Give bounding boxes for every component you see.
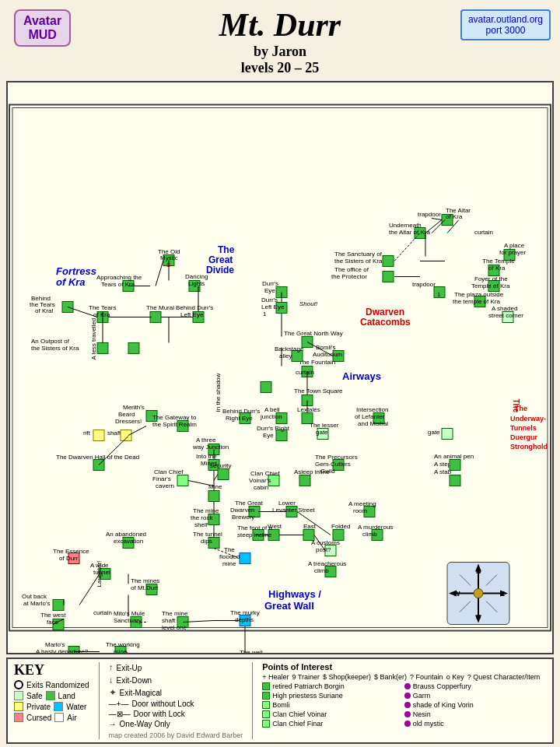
svg-text:A hasty departure?: A hasty departure? [36, 648, 89, 654]
svg-text:A bell: A bell [264, 406, 280, 413]
svg-text:A shaded: A shaded [492, 305, 517, 312]
door-lock-row: —⊠— Door with Lock [109, 710, 243, 718]
svg-text:excavation: excavation [114, 538, 143, 545]
private-color-swatch [14, 702, 23, 711]
svg-text:Tunnels: Tunnels [510, 424, 537, 432]
svg-text:Great Wall: Great Wall [264, 600, 314, 612]
svg-text:Right Eye: Right Eye [226, 415, 253, 422]
svg-text:for prayer: for prayer [499, 249, 527, 256]
air-label: Air [67, 714, 76, 722]
svg-text:climb: climb [314, 567, 329, 574]
map-credit: map created 2006 by David Edward Barber [109, 731, 243, 739]
key-row-private: Private Water [14, 702, 89, 711]
svg-text:cabin: cabin [254, 484, 268, 491]
svg-text:Levanter Street: Levanter Street [272, 507, 315, 514]
svg-text:Mystic: Mystic [160, 254, 178, 261]
svg-text:The Essence: The Essence [53, 548, 89, 555]
water-label: Water [66, 703, 86, 711]
poi-key: o Key [446, 673, 464, 681]
svg-text:Shout!: Shout! [299, 300, 318, 307]
svg-text:The foot of a: The foot of a [237, 524, 272, 531]
svg-text:Lights: Lights [188, 280, 205, 287]
svg-text:Brewery: Brewery [232, 514, 254, 521]
svg-rect-196 [276, 430, 287, 441]
svg-text:Eye: Eye [264, 287, 275, 294]
poi-quest: ? Quest Character/Item [467, 673, 541, 681]
svg-rect-200 [292, 351, 303, 362]
svg-text:Beard: Beard [118, 411, 135, 418]
svg-text:curtain: curtain [93, 609, 112, 616]
svg-text:shaft: shaft [107, 430, 121, 437]
svg-text:and Mistral: and Mistral [358, 420, 388, 427]
svg-text:1: 1 [263, 310, 267, 317]
svg-text:curtain: curtain [296, 369, 314, 376]
poi-name-voinar: Clan Chief Voinar [272, 710, 327, 718]
svg-text:Mine: Mine [208, 483, 222, 490]
svg-text:A step: A step [434, 461, 452, 468]
svg-text:The Tears: The Tears [89, 304, 116, 311]
svg-text:The Town Square: The Town Square [294, 388, 343, 395]
poi-fountain: ? Fountain [410, 673, 443, 681]
exit-magical-icon: ✦ [109, 687, 117, 698]
svg-text:room: room [353, 507, 368, 514]
poi-dot-brauss [404, 683, 411, 689]
svg-text:A meeting: A meeting [348, 500, 376, 507]
svg-text:Dancing: Dancing [185, 273, 208, 280]
svg-text:Stronghold: Stronghold [510, 443, 548, 451]
land-color-swatch [46, 691, 55, 700]
svg-text:The Temple: The Temple [482, 258, 515, 265]
svg-rect-249 [218, 469, 229, 480]
svg-text:security: security [210, 462, 232, 469]
door-lock-label: Door with Lock [134, 710, 185, 718]
poi-dot-vorin [404, 702, 411, 708]
one-way-row: → One-Way Only [109, 720, 243, 728]
svg-text:alley: alley [279, 352, 292, 359]
svg-text:A three: A three [196, 437, 216, 444]
exit-down-row: ↓ Exit-Down [109, 675, 243, 686]
poi-bank: $ Bank(er) [374, 673, 407, 681]
svg-text:Durr's Right: Durr's Right [257, 425, 290, 432]
poi-char-brauss: Brauss Copperfury [404, 682, 541, 690]
svg-text:Behind Durr's: Behind Durr's [222, 408, 260, 415]
poi-dot-garm [404, 693, 411, 699]
svg-text:An animal pen: An animal pen [434, 453, 474, 460]
one-way-icon: → [109, 720, 117, 728]
svg-text:trapdoor: trapdoor [412, 281, 436, 288]
svg-rect-222 [442, 429, 453, 440]
svg-text:Guild: Guild [320, 468, 335, 475]
svg-text:The: The [224, 546, 235, 553]
door-no-lock-icon: —+— [109, 700, 129, 708]
svg-text:shaft: shaft [162, 617, 176, 624]
svg-text:Left Eye: Left Eye [261, 303, 285, 310]
svg-text:rift: rift [83, 430, 91, 437]
poi-healer: + Healer [262, 673, 289, 681]
svg-text:Intersection: Intersection [356, 406, 388, 413]
svg-text:cavern: cavern [156, 482, 174, 489]
key-section-main: KEY Exits Randomized Safe Land Private W… [14, 662, 89, 739]
svg-text:W: W [453, 590, 460, 598]
key-legend: KEY Exits Randomized Safe Land Private W… [6, 658, 554, 744]
poi-dot-nesin [404, 711, 411, 717]
door-no-lock-row: —+— Door without Lock [109, 700, 243, 708]
svg-text:the Protector: the Protector [331, 273, 367, 280]
poi-name-bomli: Bomli [272, 701, 290, 709]
svg-text:The tunnel: The tunnel [193, 531, 222, 538]
svg-rect-241 [333, 530, 344, 541]
svg-text:flooded: flooded [219, 553, 240, 560]
poi-title: Points of Interest [262, 662, 540, 672]
svg-text:Dwarven: Dwarven [230, 507, 255, 514]
svg-text:Fortress: Fortress [56, 265, 96, 277]
svg-text:of Mt.Durr: of Mt.Durr [131, 584, 159, 591]
svg-rect-107 [177, 475, 188, 486]
poi-name-suriane: High priestess Suriane [272, 692, 343, 700]
svg-text:at Marlo's: at Marlo's [23, 600, 50, 607]
svg-text:The west: The west [40, 612, 66, 619]
svg-text:N: N [476, 567, 481, 575]
server-badge: avatar.outland.org port 3000 [460, 9, 551, 40]
svg-text:A less travelled: A less travelled [90, 318, 97, 360]
poi-char-suriane: High priestess Suriane [262, 692, 397, 700]
cursed-color-swatch [14, 713, 23, 722]
poi-name-vorin: shade of King Vorin [413, 701, 474, 709]
svg-text:of Kra: of Kra [56, 276, 86, 288]
svg-rect-34 [383, 272, 394, 282]
